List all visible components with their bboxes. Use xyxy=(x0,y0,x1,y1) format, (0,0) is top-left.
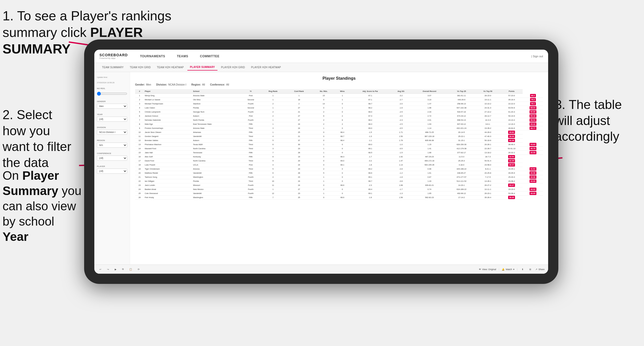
table-cell: -2.3 xyxy=(391,118,411,122)
table-cell: 46-64-6 xyxy=(500,126,523,130)
table-cell: 27 xyxy=(286,106,312,110)
table-cell: 24-10-4 xyxy=(500,118,523,122)
table-cell: 11-5-3 xyxy=(448,155,475,159)
no-rds-slider[interactable] xyxy=(97,92,127,96)
sub-nav-player-h2h-grid[interactable]: PLAYER H2H GRID xyxy=(218,64,248,70)
nav-teams[interactable]: TEAMS xyxy=(175,53,190,59)
sub-nav-team-h2h-heatmap[interactable]: TEAM H2H HEATMAP xyxy=(154,64,186,70)
table-cell: 387-133-16 xyxy=(411,134,448,139)
table-cell: Fourth xyxy=(241,183,260,187)
table-cell: 1 xyxy=(261,118,286,122)
sub-nav-player-h2h-heatmap[interactable]: PLAYER H2H HEATMAP xyxy=(249,64,284,70)
table-cell: 1 xyxy=(286,94,312,98)
top-nav: SCOREBOARD Powered by clippi TOURNAMENTS… xyxy=(94,50,548,63)
logo-subtitle: Powered by clippi xyxy=(99,57,128,59)
table-row: 11Gordon SargentVanderbiltThird421068.7-… xyxy=(135,134,543,139)
sidebar-gender-section: Gender Men xyxy=(97,100,127,110)
region-select[interactable]: N/A xyxy=(97,143,127,148)
table-cell: 68.7 xyxy=(350,102,391,106)
table-cell: Third xyxy=(241,179,260,183)
table-row: 3Michael ThorbjornsenStanfordFourth22140… xyxy=(135,102,543,106)
table-cell: Fifth xyxy=(241,151,260,155)
table-cell: -1.7 xyxy=(391,187,411,191)
sub-nav-player-summary[interactable]: PLAYER SUMMARY xyxy=(187,64,217,71)
toolbar-copy[interactable]: ⧉ xyxy=(121,267,125,271)
table-cell: 4 xyxy=(135,106,144,110)
toolbar-forward[interactable]: ▶ xyxy=(113,267,118,271)
filter-division: Division: NCAA Division I xyxy=(156,83,186,86)
toolbar-download[interactable]: ⬇ xyxy=(520,267,525,271)
table-cell: 35-16-4 xyxy=(500,98,523,102)
table-cell: 1 xyxy=(335,94,350,98)
player-select[interactable]: (All) xyxy=(97,169,127,174)
table-cell: Third xyxy=(241,167,260,171)
toolbar-share[interactable]: ↗ Share xyxy=(535,268,545,271)
table-cell: North Florida xyxy=(192,118,241,122)
table-cell: 23 xyxy=(286,147,312,151)
table-cell: Second xyxy=(241,106,260,110)
table-cell: 28 xyxy=(286,171,312,175)
toolbar-undo[interactable]: ↩ xyxy=(98,267,103,271)
step2-annotation: 2. Select how you want to filter the dat… xyxy=(3,107,76,171)
toolbar-watch[interactable]: 🔔 Watch ▾ xyxy=(502,268,514,271)
conference-select[interactable]: (All) xyxy=(97,156,127,161)
watch-chevron: ▾ xyxy=(513,268,514,271)
table-cell: Kentucky xyxy=(192,155,241,159)
table-cell: 24 xyxy=(286,122,312,126)
table-row: 25Cole SherwoodVanderbiltFourth12231069.… xyxy=(135,191,543,196)
table-cell: 0 xyxy=(313,130,335,134)
table-cell: Arizona xyxy=(192,167,241,171)
table-cell: 25 xyxy=(286,130,312,134)
table-cell: 1.61 xyxy=(411,171,448,175)
division-select[interactable]: NCAA Division I xyxy=(97,130,127,135)
table-cell: 20-14-5 xyxy=(448,130,475,134)
table-cell: -1.0 xyxy=(391,143,411,147)
sign-in-link[interactable]: | Sign out xyxy=(531,55,543,58)
table-cell: Tennessee xyxy=(192,151,241,155)
table-row: 23Jack LundinMissouriFourth1124068.6-2.3… xyxy=(135,183,543,187)
table-cell: 12-16-3 xyxy=(500,122,523,126)
table-cell: 0 xyxy=(335,191,350,196)
toolbar-redo[interactable]: ↪ xyxy=(106,267,111,271)
table-cell: 14 xyxy=(313,102,335,106)
year-select[interactable]: (All) xyxy=(97,117,127,122)
table-cell: 2 xyxy=(313,110,335,114)
table-cell: Christo Lamprecht xyxy=(144,110,192,114)
table-cell: 9 xyxy=(135,126,144,130)
table-cell: 0 xyxy=(335,147,350,151)
table-cell: Ian Gilligan xyxy=(144,179,192,183)
table-cell: 23 xyxy=(286,175,312,179)
table-cell: 1 xyxy=(313,126,335,130)
nav-committee[interactable]: COMMITTEE xyxy=(198,53,222,59)
table-cell: 6 xyxy=(135,114,144,118)
table-cell: 40.02 xyxy=(523,187,543,191)
table-cell: 56.54 xyxy=(523,118,543,122)
table-cell: 26-23-1 xyxy=(475,191,500,196)
toolbar-paste[interactable]: 📋 xyxy=(128,267,134,271)
table-cell: Fifth xyxy=(241,155,260,159)
gender-select[interactable]: Men xyxy=(97,104,127,109)
table-cell: -2.3 xyxy=(350,183,391,187)
sub-nav-team-h2h-grid[interactable]: TEAM H2H GRID xyxy=(127,64,153,70)
table-cell: David Ford xyxy=(144,159,192,163)
toolbar-refresh[interactable]: ⟳ xyxy=(136,267,141,271)
table-cell: 1.43 xyxy=(411,179,448,183)
table-cell: 25-43-3 xyxy=(500,175,523,179)
nav-tournaments[interactable]: TOURNAMENTS xyxy=(138,53,167,59)
col-no-rds: No. Rds. xyxy=(313,89,335,94)
toolbar-divider1: | xyxy=(499,268,499,271)
table-cell: 25 xyxy=(286,196,312,200)
table-cell: 30.55 xyxy=(523,151,543,155)
table-cell: 43.83 xyxy=(523,143,543,147)
toolbar-grid[interactable]: ⊞ xyxy=(528,267,533,271)
table-cell: Nicholas Gabrelcik xyxy=(144,118,192,122)
table-row: 22Ian GilliganFloridaThird10241068.7-0.8… xyxy=(135,179,543,183)
table-cell: Auburn xyxy=(192,139,241,143)
step3-annotation: 3. The table will adjust accordingly xyxy=(555,97,636,145)
table-cell: 1 xyxy=(313,151,335,155)
table-cell: Fourth xyxy=(241,110,260,114)
sub-nav-team-summary[interactable]: TEAM SUMMARY xyxy=(99,64,126,70)
table-cell: Arkansas xyxy=(192,130,241,134)
col-player: Player xyxy=(144,89,192,94)
table-cell: 14-26-1 xyxy=(475,179,500,183)
